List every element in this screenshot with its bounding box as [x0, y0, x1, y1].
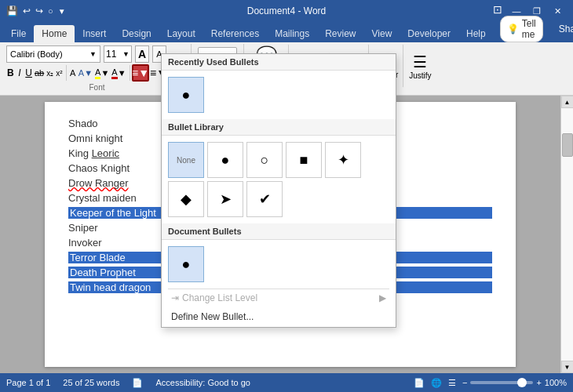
word-count-icon: 📄	[132, 378, 143, 388]
bullet-open-circle[interactable]: ○	[246, 142, 283, 178]
recently-used-grid: ●	[162, 71, 396, 119]
bullet-doc-1[interactable]: ●	[168, 246, 204, 282]
tab-review[interactable]: Review	[317, 25, 363, 42]
tab-help[interactable]: Help	[458, 25, 494, 42]
document-bullets-title: Document Bullets	[162, 223, 396, 240]
font-size-arrow: ▼	[122, 50, 130, 58]
page-info: Page 1 of 1	[6, 378, 50, 387]
status-bar-right: 📄 🌐 ☰ − + 100%	[414, 378, 567, 388]
lightbulb-icon: 💡	[507, 24, 519, 34]
accessibility-status: Accessibility: Good to go	[155, 378, 250, 387]
scroll-up-button[interactable]: ▲	[561, 96, 574, 108]
vertical-scrollbar[interactable]: ▲ ▼	[560, 96, 573, 373]
change-level-label: Change List Level	[182, 292, 257, 303]
share-button[interactable]: Share	[549, 20, 573, 38]
superscript-button[interactable]: x²	[55, 64, 64, 82]
font-color-button[interactable]: A▼	[111, 64, 126, 82]
scroll-down-button[interactable]: ▼	[561, 361, 574, 373]
title-bar-left: 💾 ↩ ↪ ○ ▼	[6, 5, 66, 16]
scroll-track[interactable]	[561, 108, 574, 361]
bullet-library-title: Bullet Library	[162, 119, 396, 136]
customize-icon[interactable]: ▼	[58, 7, 66, 16]
text-effects-button[interactable]: A▼	[78, 64, 93, 82]
bold-button[interactable]: B	[6, 64, 15, 82]
change-level-arrow: ▶	[379, 292, 386, 303]
clear-format-button[interactable]: A	[68, 64, 77, 82]
font-name-value: Calibri (Body)	[10, 49, 63, 59]
view-normal-icon[interactable]: 📄	[414, 378, 425, 388]
subscript-button[interactable]: x₂	[46, 64, 54, 82]
bullet-star[interactable]: ✦	[325, 142, 361, 178]
font-size-increase[interactable]: A	[135, 45, 149, 63]
tab-references[interactable]: References	[203, 25, 267, 42]
bullet-filled-circle[interactable]: ●	[207, 142, 243, 178]
change-list-level-item: ⇥ Change List Level ▶	[162, 289, 396, 307]
view-outline-icon[interactable]: ☰	[448, 378, 456, 388]
tab-design[interactable]: Design	[114, 25, 159, 42]
tab-file[interactable]: File	[3, 25, 34, 42]
status-bar: Page 1 of 1 25 of 25 words 📄 Accessibili…	[0, 373, 573, 392]
highlight-button[interactable]: A▼	[94, 64, 110, 82]
zoom-bar: − + 100%	[462, 378, 567, 387]
ribbon-right: 💡 Tell me Share	[494, 16, 573, 42]
zoom-thumb	[517, 378, 527, 387]
ribbon-tabs: File Home Insert Design Layout Reference…	[0, 22, 573, 42]
tab-layout[interactable]: Layout	[159, 25, 203, 42]
zoom-level: 100%	[545, 378, 567, 387]
bullet-none[interactable]: None	[168, 142, 204, 178]
zoom-slider[interactable]	[470, 381, 533, 384]
underline-word: Leoric	[92, 147, 119, 159]
title-bar: 💾 ↩ ↪ ○ ▼ Document4 - Word ⊡ — ❐ ✕	[0, 0, 573, 22]
document-bullets-grid: ●	[162, 240, 396, 289]
bullet-recent-1[interactable]: ●	[168, 77, 204, 113]
define-new-bullet-label: Define New Bullet...	[171, 311, 254, 322]
tell-me-label: Tell me	[522, 18, 536, 40]
font-name-arrow: ▼	[89, 50, 97, 58]
recently-used-section-title: Recently Used Bullets	[162, 54, 396, 71]
zoom-out-button[interactable]: −	[462, 378, 467, 387]
undo-icon[interactable]: ↩	[23, 5, 31, 16]
tab-insert[interactable]: Insert	[75, 25, 114, 42]
view-web-icon[interactable]: 🌐	[431, 378, 442, 388]
tell-me-input[interactable]: 💡 Tell me	[500, 16, 543, 42]
justify-button[interactable]: ☰ Justify	[403, 44, 436, 88]
font-name-selector[interactable]: Calibri (Body) ▼	[6, 45, 100, 63]
bullet-list-button[interactable]: ≡▼	[132, 64, 149, 82]
word-count: 25 of 25 words	[63, 378, 119, 387]
font-size-value: 11	[106, 49, 116, 60]
bullet-diamond[interactable]: ◆	[168, 181, 204, 217]
change-level-icon: ⇥	[171, 292, 179, 303]
italic-button[interactable]: I	[16, 64, 24, 82]
scroll-thumb[interactable]	[562, 133, 573, 157]
tab-developer[interactable]: Developer	[400, 25, 458, 42]
justify-label: Justify	[409, 71, 431, 80]
bullet-check[interactable]: ✔	[246, 181, 283, 217]
justify-icon: ☰	[413, 53, 427, 71]
window-title: Document4 - Word	[247, 5, 326, 16]
tab-view[interactable]: View	[364, 25, 400, 42]
zoom-in-button[interactable]: +	[536, 378, 541, 387]
define-new-bullet-item[interactable]: Define New Bullet...	[162, 307, 396, 327]
loading-icon: ○	[48, 6, 53, 16]
bullet-library-grid: None ● ○ ■ ✦ ◆ ➤ ✔	[162, 136, 396, 223]
font-size-selector[interactable]: 11 ▼	[104, 45, 132, 63]
strikethrough-button[interactable]: ab	[34, 64, 45, 82]
save-icon[interactable]: 💾	[6, 5, 18, 16]
underline-button[interactable]: U	[24, 64, 33, 82]
tab-home[interactable]: Home	[34, 25, 75, 42]
redo-icon[interactable]: ↪	[35, 5, 43, 16]
tab-mailings[interactable]: Mailings	[267, 25, 317, 42]
bullet-filled-square[interactable]: ■	[286, 142, 322, 178]
bullet-dropdown[interactable]: Recently Used Bullets ● Bullet Library N…	[161, 53, 396, 328]
bullet-arrow[interactable]: ➤	[207, 181, 243, 217]
